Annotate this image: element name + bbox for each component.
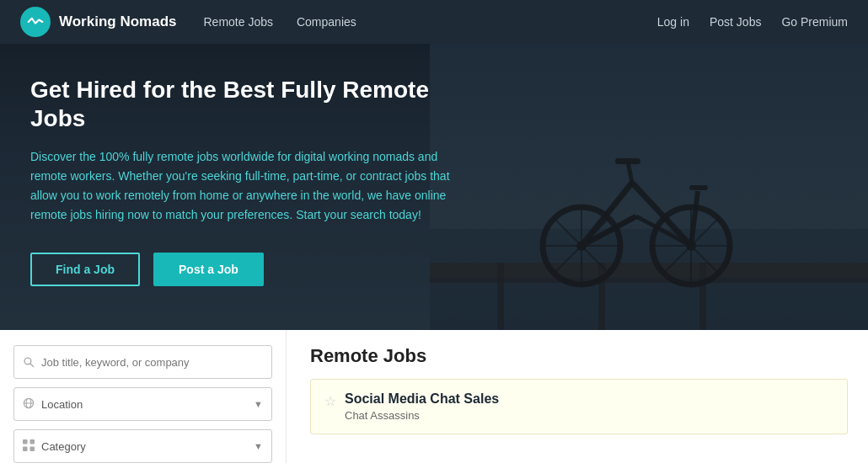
svg-rect-33 bbox=[23, 439, 28, 444]
favorite-star-icon[interactable]: ☆ bbox=[324, 393, 336, 409]
nav-right: Log in Post Jobs Go Premium bbox=[657, 15, 848, 29]
logo-text: Working Nomads bbox=[59, 13, 176, 30]
job-search-field[interactable] bbox=[13, 345, 272, 379]
nav-go-premium[interactable]: Go Premium bbox=[781, 15, 848, 29]
hero-content: Get Hired for the Best Fully Remote Jobs… bbox=[30, 76, 477, 286]
find-job-button[interactable]: Find a Job bbox=[30, 253, 140, 286]
location-label: Location bbox=[41, 398, 83, 411]
search-input[interactable] bbox=[41, 356, 263, 369]
logo[interactable]: Working Nomads bbox=[20, 7, 176, 37]
category-chevron-icon: ▼ bbox=[254, 441, 263, 451]
hero-buttons: Find a Job Post a Job bbox=[30, 253, 477, 286]
nav-remote-jobs[interactable]: Remote Jobs bbox=[203, 15, 272, 29]
nav-links: Remote Jobs Companies bbox=[203, 15, 656, 29]
nav-login[interactable]: Log in bbox=[657, 15, 689, 29]
job-title: Social Media Chat Sales bbox=[345, 391, 499, 407]
svg-rect-34 bbox=[30, 439, 35, 444]
svg-rect-35 bbox=[23, 446, 28, 451]
lower-section: Location ▼ Category ▼ Remote Jobs bbox=[0, 330, 868, 463]
hero-title: Get Hired for the Best Fully Remote Jobs bbox=[30, 76, 477, 132]
category-filter[interactable]: Category ▼ bbox=[13, 429, 272, 463]
nav-post-jobs[interactable]: Post Jobs bbox=[710, 15, 761, 29]
navbar: Working Nomads Remote Jobs Companies Log… bbox=[0, 0, 868, 44]
hero-description: Discover the 100% fully remote jobs worl… bbox=[30, 147, 477, 225]
search-icon bbox=[23, 356, 35, 368]
category-icon bbox=[23, 439, 35, 454]
hero-section: Get Hired for the Best Fully Remote Jobs… bbox=[0, 44, 868, 330]
svg-rect-36 bbox=[30, 446, 35, 451]
location-filter-left: Location bbox=[23, 397, 83, 412]
remote-jobs-title: Remote Jobs bbox=[310, 345, 848, 367]
location-filter[interactable]: Location ▼ bbox=[13, 387, 272, 421]
job-company: Chat Assassins bbox=[345, 409, 499, 422]
nav-companies[interactable]: Companies bbox=[297, 15, 356, 29]
job-card[interactable]: ☆ Social Media Chat Sales Chat Assassins bbox=[310, 379, 848, 434]
post-job-button[interactable]: Post a Job bbox=[153, 253, 264, 286]
category-filter-left: Category bbox=[23, 439, 86, 454]
location-chevron-icon: ▼ bbox=[254, 399, 263, 409]
job-info: Social Media Chat Sales Chat Assassins bbox=[345, 391, 499, 422]
sidebar-filters: Location ▼ Category ▼ bbox=[0, 330, 287, 463]
main-content: Remote Jobs ☆ Social Media Chat Sales Ch… bbox=[287, 330, 868, 463]
globe-icon bbox=[23, 397, 35, 412]
svg-line-29 bbox=[30, 364, 34, 367]
logo-icon bbox=[20, 7, 51, 37]
category-label: Category bbox=[41, 440, 86, 453]
